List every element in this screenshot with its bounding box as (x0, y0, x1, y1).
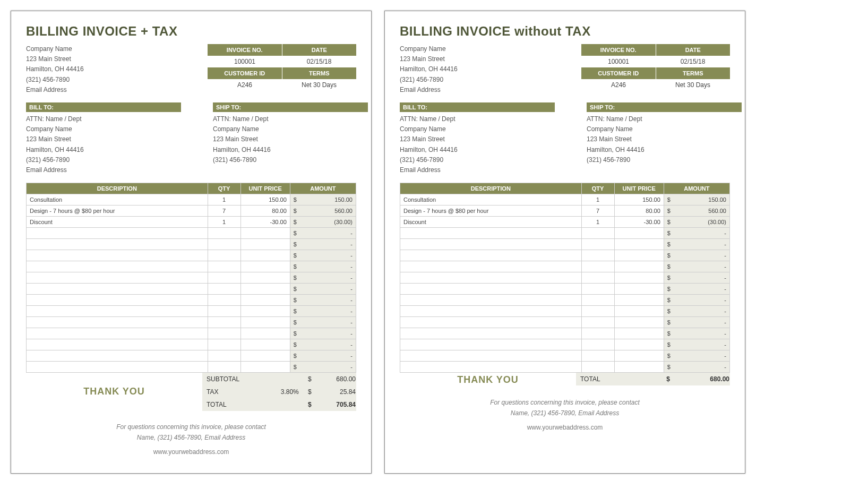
company-email: Email Address (400, 85, 458, 95)
meta-invoice: 100001 (581, 56, 656, 67)
meta-invoice: 100001 (208, 56, 282, 67)
invoice-title: BILLING INVOICE without TAX (400, 24, 730, 39)
item-qty: 1 (581, 194, 614, 205)
meta-terms: Net 30 Days (656, 79, 730, 91)
col-price: UNIT PRICE (240, 183, 290, 194)
table-row: Consultation1150.00$150.00 (400, 194, 730, 205)
subtotal-label: SUBTOTAL (202, 373, 272, 385)
tax-rate: 3.80% (272, 385, 308, 398)
table-row: $- (27, 284, 356, 295)
items-table: DESCRIPTION QTY UNIT PRICE AMOUNT Consul… (26, 183, 356, 373)
billto-street: 123 Main Street (400, 134, 555, 144)
footer-web: www.yourwebaddress.com (400, 422, 730, 433)
shipto-name: Company Name (213, 124, 368, 134)
meta-customer: A246 (581, 79, 656, 91)
footer: For questions concerning this invoice, p… (400, 397, 730, 433)
item-desc: Consultation (27, 194, 208, 205)
meta-header-customer: CUSTOMER ID (208, 67, 282, 79)
billto-phone: (321) 456-7890 (26, 155, 181, 165)
item-amount: $150.00 (290, 194, 356, 205)
table-row: $- (400, 306, 730, 317)
company-street: 123 Main Street (400, 54, 458, 64)
thank-you: THANK YOU (457, 374, 519, 385)
table-row: $- (400, 317, 730, 328)
item-price: 150.00 (240, 194, 290, 205)
billto-name: Company Name (400, 124, 555, 134)
shipto-name: Company Name (587, 124, 742, 134)
billto-block: ATTN: Name / Dept Company Name 123 Main … (400, 112, 555, 175)
table-row: $- (400, 228, 730, 239)
item-desc: Design - 7 hours @ $80 per hour (27, 205, 208, 217)
item-qty: 1 (208, 217, 240, 228)
footer-web: www.yourwebaddress.com (26, 447, 356, 457)
billto-attn: ATTN: Name / Dept (26, 114, 181, 124)
shipto-city: Hamilton, OH 44416 (213, 145, 368, 155)
table-row: $- (400, 339, 730, 350)
table-row: Design - 7 hours @ $80 per hour780.00$56… (400, 205, 730, 217)
table-row: $- (27, 328, 356, 339)
footer-line1: For questions concerning this invoice, p… (26, 422, 356, 432)
total-value: 680.00 (710, 375, 729, 383)
table-row: $- (27, 362, 356, 373)
company-city: Hamilton, OH 44416 (26, 64, 84, 74)
totals-table: SUBTOTAL $680.00 TAX 3.80% $25.84 TOTAL … (202, 373, 356, 411)
totals-table: TOTAL $680.00 (576, 373, 730, 385)
table-row: $- (400, 239, 730, 250)
table-row: Design - 7 hours @ $80 per hour780.00$56… (27, 205, 356, 217)
billto-block: ATTN: Name / Dept Company Name 123 Main … (26, 112, 181, 175)
company-phone: (321) 456-7890 (400, 75, 458, 85)
table-row: $- (400, 250, 730, 261)
table-row: $- (400, 272, 730, 284)
item-amount: $560.00 (290, 205, 356, 217)
table-row: Discount1-30.00$(30.00) (27, 217, 356, 228)
table-row: $- (400, 284, 730, 295)
item-price: -30.00 (240, 217, 290, 228)
invoice-without-tax: BILLING INVOICE without TAX Company Name… (384, 11, 745, 474)
item-qty: 1 (581, 217, 614, 228)
company-city: Hamilton, OH 44416 (400, 64, 458, 74)
company-block: Company Name 123 Main Street Hamilton, O… (400, 44, 458, 95)
meta-date: 02/15/18 (282, 56, 356, 67)
item-qty: 7 (581, 205, 614, 217)
col-amount: AMOUNT (290, 183, 356, 194)
table-row: $- (400, 261, 730, 272)
company-street: 123 Main Street (26, 54, 84, 64)
item-desc: Discount (400, 217, 582, 228)
billto-city: Hamilton, OH 44416 (26, 145, 181, 155)
col-qty: QTY (208, 183, 240, 194)
meta-header-invoice: INVOICE NO. (581, 44, 656, 56)
item-price: 80.00 (240, 205, 290, 217)
billto-street: 123 Main Street (26, 134, 181, 144)
meta-header-invoice: INVOICE NO. (208, 44, 282, 56)
footer-line2: Name, (321) 456-7890, Email Address (26, 432, 356, 443)
billto-phone: (321) 456-7890 (400, 155, 555, 165)
shipto-street: 123 Main Street (213, 134, 368, 144)
invoice-meta: INVOICE NO. DATE 100001 02/15/18 CUSTOME… (208, 44, 356, 95)
item-amount: $(30.00) (290, 217, 356, 228)
table-row: $- (27, 295, 356, 306)
invoice-with-tax: BILLING INVOICE + TAX Company Name 123 M… (11, 11, 372, 474)
shipto-attn: ATTN: Name / Dept (587, 114, 742, 124)
invoice-meta: INVOICE NO. DATE 100001 02/15/18 CUSTOME… (581, 44, 730, 95)
billto-header: BILL TO: (400, 102, 555, 112)
item-price: 150.00 (614, 194, 664, 205)
table-row: $- (27, 317, 356, 328)
table-row: $- (27, 272, 356, 284)
meta-header-terms: TERMS (656, 67, 731, 79)
item-desc: Consultation (400, 194, 582, 205)
company-name: Company Name (400, 44, 458, 54)
meta-header-terms: TERMS (282, 67, 357, 79)
table-row: $- (400, 350, 730, 362)
shipto-city: Hamilton, OH 44416 (587, 145, 742, 155)
table-row: $- (27, 261, 356, 272)
shipto-header: SHIP TO: (213, 102, 368, 112)
company-phone: (321) 456-7890 (26, 75, 84, 85)
billto-name: Company Name (26, 124, 181, 134)
col-amount: AMOUNT (664, 183, 729, 194)
tax-label: TAX (202, 385, 272, 398)
col-qty: QTY (581, 183, 614, 194)
item-desc: Discount (27, 217, 208, 228)
billto-header: BILL TO: (26, 102, 181, 112)
shipto-phone: (321) 456-7890 (587, 155, 742, 165)
col-price: UNIT PRICE (614, 183, 664, 194)
